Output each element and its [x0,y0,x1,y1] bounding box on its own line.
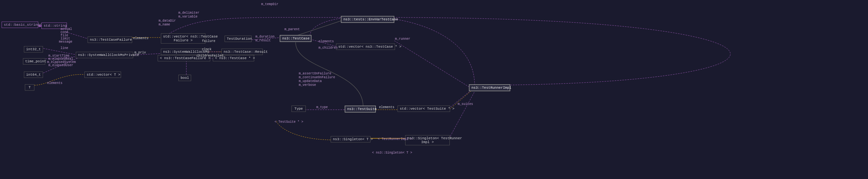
node-test-suite: ns3::TestSuite [345,106,376,113]
node-singleton-T: ns3::Singleton< T > [331,136,370,142]
label-childrenFailed: childrenFailed_ [196,54,225,58]
label-m-updateData: m_updateData [299,79,322,83]
label-m-type: m_type [316,106,328,109]
node-type: Type [291,106,306,112]
label-m-name: m_name [159,23,170,26]
svg-line-18 [394,41,471,88]
label-m-priv: m_priv [134,51,146,55]
node-test-case-result: ns3::TestCase::Result [221,49,263,55]
node-test-duration: TestDuration [224,36,252,42]
label-m-children: m_children [318,46,338,49]
label-elements-T: elements [47,81,62,85]
label-m-assertOnFailure: m_assertOnFailure [299,72,331,75]
label-test-suite-ptr: < TestSuite * > [275,120,303,124]
svg-line-20 [449,92,475,138]
label-m-tempDir: m_tempDir [261,3,278,6]
label-line: line [61,46,68,50]
node-time-point: time_point [23,58,45,65]
diagram-container: std::basic_string< Char > std::string in… [0,0,868,179]
label-m-parent: m_parent [284,28,300,31]
node-vec-test-case-ptr: std::vector< ns3::TestCase * > [336,43,395,50]
diagram-arrows [0,0,868,179]
node-basic-string: std::basic_string< Char > [2,22,38,28]
node-test-runner-impl: ns3::TestRunnerImpl [469,84,510,91]
node-vec-test-case-failure: std::vector< ns3::TestCaseFailure > [161,33,206,43]
label-m-runner: m_runner [395,37,410,41]
label-elements-children: elements [318,40,334,43]
node-system-wall-clock-private: ns3::SystemWallClockMsPrivate [76,52,133,58]
svg-line-2 [296,20,343,36]
node-test-case-failure: ns3::TestCaseFailure [88,37,132,43]
label-m-delimiter: m_delimiter [178,11,199,14]
node-env-var-test-case: ns3::tests::EnvVarTestCase [341,16,394,23]
node-vec-T: std::vector< T > [85,72,121,78]
label-elements-suite: elements [379,106,394,109]
node-int64t: int64_t [24,72,43,78]
label-m-variable: m_variable [178,15,197,19]
node-bool: bool [178,75,191,81]
label-message: message [59,40,72,43]
label-clock: clock [202,48,212,51]
label-m-elapsedUser: m_elapsedUser [49,64,73,67]
label-m-result: m_result [255,39,271,42]
label-m-suites: m_suites [458,102,473,106]
label-m-duration: m_duration [255,35,275,38]
node-T: T [25,84,34,91]
label-failure: failure [202,39,215,43]
label-m-verbose: m_verbose [299,83,316,87]
label-elements-1: elements [133,37,149,40]
label-singleton-test-runner: < ns3::Singleton< T > [372,151,412,154]
node-int32t: int32_t [24,46,43,52]
label-test-runner-impl-ptr: < TestRunnerImpl > [378,137,412,141]
label-m-dataDir: m_dataDir [159,19,176,23]
node-test-case: ns3::TestCase [280,35,312,42]
label-m-continueOnFailure: m_continueOnFailure [299,76,335,79]
node-vec-test-suite-ptr: std::vector< TestSuite * > [398,106,450,112]
